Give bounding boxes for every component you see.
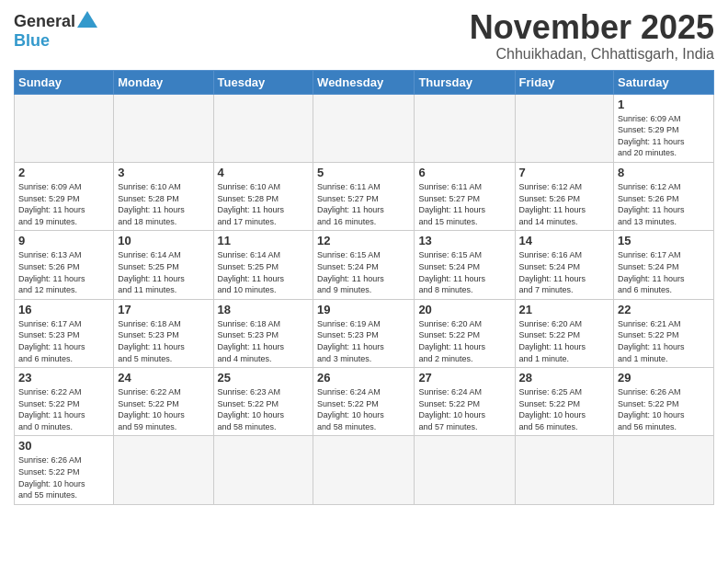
day-number: 14 [519, 234, 610, 247]
day-number: 26 [317, 371, 410, 385]
calendar-day-8: 8Sunrise: 6:12 AM Sunset: 5:26 PM Daylig… [614, 162, 714, 230]
page: General Blue November 2025 Chhuikhadan, … [0, 0, 728, 563]
day-number: 3 [118, 166, 209, 179]
calendar-day-13: 13Sunrise: 6:15 AM Sunset: 5:24 PM Dayli… [415, 231, 515, 299]
day-info: Sunrise: 6:14 AM Sunset: 5:25 PM Dayligh… [218, 249, 310, 295]
calendar-empty [313, 436, 415, 504]
calendar-day-6: 6Sunrise: 6:11 AM Sunset: 5:27 PM Daylig… [415, 162, 515, 230]
title-section: November 2025 Chhuikhadan, Chhattisgarh,… [470, 9, 714, 63]
calendar-day-28: 28Sunrise: 6:25 AM Sunset: 5:22 PM Dayli… [515, 368, 614, 436]
day-number: 23 [18, 371, 109, 385]
calendar-day-20: 20Sunrise: 6:20 AM Sunset: 5:22 PM Dayli… [415, 299, 515, 367]
day-info: Sunrise: 6:24 AM Sunset: 5:22 PM Dayligh… [418, 386, 510, 432]
day-info: Sunrise: 6:21 AM Sunset: 5:22 PM Dayligh… [618, 318, 710, 364]
calendar-day-24: 24Sunrise: 6:22 AM Sunset: 5:22 PM Dayli… [114, 368, 213, 436]
calendar-empty [415, 436, 515, 504]
day-number: 1 [618, 98, 710, 111]
weekday-header-thursday: Thursday [415, 70, 515, 94]
logo-icon: General [14, 9, 97, 33]
calendar-day-16: 16Sunrise: 6:17 AM Sunset: 5:23 PM Dayli… [15, 299, 114, 367]
weekday-header-wednesday: Wednesday [313, 70, 415, 94]
calendar-day-18: 18Sunrise: 6:18 AM Sunset: 5:23 PM Dayli… [213, 299, 313, 367]
header: General Blue November 2025 Chhuikhadan, … [14, 9, 714, 63]
calendar-empty [313, 94, 415, 162]
day-info: Sunrise: 6:15 AM Sunset: 5:24 PM Dayligh… [418, 249, 510, 295]
day-info: Sunrise: 6:12 AM Sunset: 5:26 PM Dayligh… [519, 181, 610, 227]
day-info: Sunrise: 6:09 AM Sunset: 5:29 PM Dayligh… [618, 113, 710, 159]
logo: General Blue [14, 9, 97, 51]
day-info: Sunrise: 6:10 AM Sunset: 5:28 PM Dayligh… [218, 181, 310, 227]
day-info: Sunrise: 6:22 AM Sunset: 5:22 PM Dayligh… [118, 386, 209, 432]
calendar-day-11: 11Sunrise: 6:14 AM Sunset: 5:25 PM Dayli… [213, 231, 313, 299]
day-info: Sunrise: 6:20 AM Sunset: 5:22 PM Dayligh… [418, 318, 510, 364]
day-number: 24 [118, 371, 209, 385]
day-info: Sunrise: 6:15 AM Sunset: 5:24 PM Dayligh… [317, 249, 410, 295]
day-number: 12 [317, 234, 410, 247]
day-number: 11 [218, 234, 310, 247]
day-info: Sunrise: 6:13 AM Sunset: 5:26 PM Dayligh… [18, 249, 109, 295]
calendar-empty [515, 94, 614, 162]
weekday-header-tuesday: Tuesday [213, 70, 313, 94]
day-number: 25 [218, 371, 310, 385]
day-info: Sunrise: 6:10 AM Sunset: 5:28 PM Dayligh… [118, 181, 209, 227]
calendar-week-row: 23Sunrise: 6:22 AM Sunset: 5:22 PM Dayli… [15, 368, 714, 436]
day-info: Sunrise: 6:23 AM Sunset: 5:22 PM Dayligh… [218, 386, 310, 432]
day-info: Sunrise: 6:25 AM Sunset: 5:22 PM Dayligh… [519, 386, 610, 432]
day-info: Sunrise: 6:20 AM Sunset: 5:22 PM Dayligh… [519, 318, 610, 364]
day-number: 20 [418, 303, 510, 316]
day-info: Sunrise: 6:16 AM Sunset: 5:24 PM Dayligh… [519, 249, 610, 295]
calendar-day-4: 4Sunrise: 6:10 AM Sunset: 5:28 PM Daylig… [213, 162, 313, 230]
calendar-week-row: 2Sunrise: 6:09 AM Sunset: 5:29 PM Daylig… [15, 162, 714, 230]
calendar-day-12: 12Sunrise: 6:15 AM Sunset: 5:24 PM Dayli… [313, 231, 415, 299]
calendar-day-19: 19Sunrise: 6:19 AM Sunset: 5:23 PM Dayli… [313, 299, 415, 367]
day-info: Sunrise: 6:12 AM Sunset: 5:26 PM Dayligh… [618, 181, 710, 227]
day-number: 18 [218, 303, 310, 316]
calendar-day-26: 26Sunrise: 6:24 AM Sunset: 5:22 PM Dayli… [313, 368, 415, 436]
calendar-day-17: 17Sunrise: 6:18 AM Sunset: 5:23 PM Dayli… [114, 299, 213, 367]
day-number: 15 [618, 234, 710, 247]
day-number: 10 [118, 234, 209, 247]
svg-marker-0 [77, 11, 97, 28]
logo-blue-text: Blue [14, 31, 50, 51]
day-number: 27 [418, 371, 510, 385]
calendar-empty [213, 94, 313, 162]
calendar-empty [114, 436, 213, 504]
day-number: 4 [218, 166, 310, 179]
calendar-week-row: 9Sunrise: 6:13 AM Sunset: 5:26 PM Daylig… [15, 231, 714, 299]
calendar-day-15: 15Sunrise: 6:17 AM Sunset: 5:24 PM Dayli… [614, 231, 714, 299]
day-info: Sunrise: 6:11 AM Sunset: 5:27 PM Dayligh… [418, 181, 510, 227]
day-info: Sunrise: 6:17 AM Sunset: 5:24 PM Dayligh… [618, 249, 710, 295]
day-number: 17 [118, 303, 209, 316]
calendar-empty [15, 94, 114, 162]
day-number: 22 [618, 303, 710, 316]
day-info: Sunrise: 6:11 AM Sunset: 5:27 PM Dayligh… [317, 181, 410, 227]
day-number: 19 [317, 303, 410, 316]
calendar-header-row: SundayMondayTuesdayWednesdayThursdayFrid… [15, 70, 714, 94]
day-number: 30 [18, 439, 109, 453]
calendar-day-5: 5Sunrise: 6:11 AM Sunset: 5:27 PM Daylig… [313, 162, 415, 230]
calendar-empty [614, 436, 714, 504]
day-info: Sunrise: 6:14 AM Sunset: 5:25 PM Dayligh… [118, 249, 209, 295]
calendar-empty [114, 94, 213, 162]
calendar-day-2: 2Sunrise: 6:09 AM Sunset: 5:29 PM Daylig… [15, 162, 114, 230]
day-info: Sunrise: 6:24 AM Sunset: 5:22 PM Dayligh… [317, 386, 410, 432]
calendar-week-row: 1Sunrise: 6:09 AM Sunset: 5:29 PM Daylig… [15, 94, 714, 162]
day-number: 5 [317, 166, 410, 179]
calendar-week-row: 30Sunrise: 6:26 AM Sunset: 5:22 PM Dayli… [15, 436, 714, 504]
calendar-day-1: 1Sunrise: 6:09 AM Sunset: 5:29 PM Daylig… [614, 94, 714, 162]
calendar-empty [415, 94, 515, 162]
calendar-day-29: 29Sunrise: 6:26 AM Sunset: 5:22 PM Dayli… [614, 368, 714, 436]
calendar-day-21: 21Sunrise: 6:20 AM Sunset: 5:22 PM Dayli… [515, 299, 614, 367]
logo-blue-icon [77, 9, 97, 33]
day-info: Sunrise: 6:18 AM Sunset: 5:23 PM Dayligh… [118, 318, 209, 364]
day-info: Sunrise: 6:26 AM Sunset: 5:22 PM Dayligh… [618, 386, 710, 432]
calendar: SundayMondayTuesdayWednesdayThursdayFrid… [14, 70, 714, 505]
day-number: 28 [519, 371, 610, 385]
day-info: Sunrise: 6:09 AM Sunset: 5:29 PM Dayligh… [18, 181, 109, 227]
day-number: 6 [418, 166, 510, 179]
calendar-day-3: 3Sunrise: 6:10 AM Sunset: 5:28 PM Daylig… [114, 162, 213, 230]
day-number: 9 [18, 234, 109, 247]
day-number: 21 [519, 303, 610, 316]
day-number: 29 [618, 371, 710, 385]
day-number: 7 [519, 166, 610, 179]
